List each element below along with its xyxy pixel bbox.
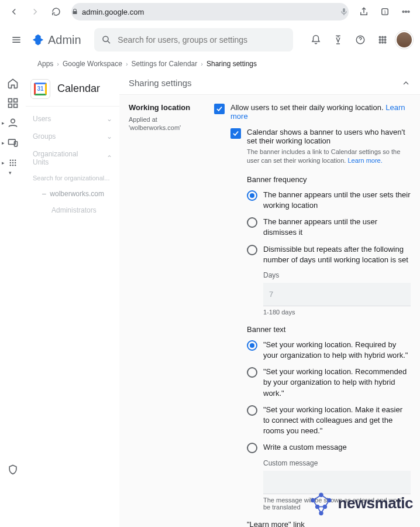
- allow-label: Allow users to set their daily working l…: [230, 103, 384, 112]
- svg-rect-19: [14, 104, 18, 108]
- svg-point-8: [382, 36, 383, 37]
- days-hint: 1-180 days: [263, 309, 411, 316]
- link-heading: "Learn more" link: [247, 520, 411, 527]
- lp-admins[interactable]: Administrators: [26, 203, 119, 218]
- crumb-apps[interactable]: Apps: [37, 60, 53, 68]
- rail-devices[interactable]: ▸: [4, 136, 22, 150]
- svg-point-20: [11, 119, 15, 123]
- lp-groups[interactable]: Groups⌄: [26, 128, 119, 145]
- rail-security[interactable]: [4, 463, 22, 477]
- apps-button[interactable]: [373, 30, 392, 49]
- global-search[interactable]: [94, 28, 293, 52]
- svg-point-24: [12, 160, 14, 162]
- mic-icon[interactable]: [339, 7, 349, 16]
- crumb-workspace[interactable]: Google Workspace: [63, 60, 122, 68]
- crumb-current: Sharing settings: [206, 60, 257, 68]
- text-opt3-label: "Set your working location. Make it easi…: [263, 405, 411, 437]
- svg-text:1: 1: [384, 9, 386, 15]
- banner-learn-more[interactable]: Learn more.: [347, 157, 382, 164]
- text-opt2-radio[interactable]: [247, 367, 257, 378]
- lp-ou[interactable]: – wolberworks.com: [26, 185, 119, 203]
- banner-checkbox[interactable]: [230, 128, 241, 139]
- rail-apps[interactable]: ▸▾: [4, 156, 22, 170]
- freq-opt2-label: The banner appears until the user dismis…: [263, 217, 411, 238]
- svg-point-28: [15, 162, 16, 164]
- reload-button[interactable]: [47, 2, 66, 21]
- svg-point-31: [15, 165, 16, 166]
- more-button[interactable]: [397, 2, 415, 21]
- text-opt4-label: Write a custom message: [263, 442, 347, 453]
- svg-point-12: [384, 39, 385, 40]
- tasks-button[interactable]: [329, 30, 347, 49]
- tabs-button[interactable]: 1: [376, 2, 394, 21]
- watermark-text: newsmatic: [338, 494, 413, 512]
- admin-logo-icon: [32, 33, 44, 46]
- app-name: Calendar: [57, 83, 100, 95]
- text-opt4-radio[interactable]: [247, 443, 257, 453]
- svg-point-26: [10, 162, 12, 164]
- svg-point-10: [379, 39, 380, 40]
- search-input[interactable]: [118, 35, 286, 45]
- text-opt2-label: "Set your working location. Recommended …: [263, 367, 411, 399]
- svg-point-30: [12, 165, 14, 166]
- lp-users[interactable]: Users⌄: [26, 110, 119, 128]
- text-opt3-radio[interactable]: [247, 405, 257, 416]
- account-avatar[interactable]: [395, 31, 413, 49]
- menu-button[interactable]: [7, 30, 26, 49]
- text-heading: Banner text: [247, 325, 411, 334]
- admin-logo[interactable]: Admin: [32, 33, 81, 47]
- help-button[interactable]: [351, 30, 370, 49]
- section-header[interactable]: Sharing settings: [119, 71, 420, 95]
- setting-heading: Working location: [129, 103, 205, 112]
- svg-rect-16: [9, 99, 12, 102]
- banner-label: Calendar shows a banner to users who hav…: [247, 128, 405, 145]
- applied-at: Applied at 'wolberworks.com': [129, 115, 205, 132]
- freq-heading: Banner frequency: [247, 175, 411, 184]
- freq-opt2-radio[interactable]: [247, 217, 257, 228]
- rail-directory[interactable]: ▸: [4, 116, 22, 130]
- freq-opt1-label: The banner appears until the user sets t…: [263, 190, 411, 211]
- svg-point-11: [382, 39, 383, 40]
- forward-button[interactable]: [26, 2, 44, 21]
- lp-orgunits[interactable]: Organizational Units⌃: [26, 145, 119, 171]
- address-bar[interactable]: admin.google.com: [71, 3, 349, 20]
- allow-checkbox[interactable]: [214, 104, 225, 114]
- text-opt1-label: "Set your working location. Required by …: [263, 340, 411, 361]
- svg-rect-18: [9, 104, 12, 108]
- section-title: Sharing settings: [129, 78, 192, 88]
- svg-point-27: [12, 162, 14, 164]
- back-button[interactable]: [5, 2, 23, 21]
- lock-icon: [71, 8, 78, 15]
- rail-home[interactable]: [4, 76, 22, 90]
- svg-point-5: [103, 36, 108, 42]
- days-input[interactable]: [263, 283, 411, 306]
- watermark: newsmatic: [308, 490, 413, 516]
- svg-point-3: [405, 11, 407, 13]
- svg-point-7: [379, 36, 380, 37]
- share-button[interactable]: [354, 2, 373, 21]
- freq-opt3-radio[interactable]: [247, 245, 257, 255]
- notifications-button[interactable]: [307, 30, 325, 49]
- svg-point-15: [384, 42, 385, 43]
- chevron-up-icon: [401, 78, 411, 88]
- svg-point-29: [10, 165, 12, 166]
- admin-title: Admin: [48, 33, 81, 47]
- crumb-calendar[interactable]: Settings for Calendar: [132, 60, 198, 68]
- freq-opt3-label: Dismissible but repeats after the follow…: [263, 244, 411, 265]
- svg-point-9: [384, 36, 385, 37]
- search-icon: [101, 35, 112, 45]
- freq-opt1-radio[interactable]: [247, 190, 257, 201]
- breadcrumb: Apps› Google Workspace› Settings for Cal…: [0, 56, 420, 71]
- lp-search[interactable]: Search for organizational...: [26, 171, 119, 185]
- svg-point-13: [379, 42, 380, 43]
- url-text: admin.google.com: [82, 8, 144, 16]
- svg-rect-17: [14, 99, 18, 102]
- svg-point-23: [10, 160, 12, 162]
- text-opt1-radio[interactable]: [247, 340, 257, 351]
- rail-dashboard[interactable]: [4, 96, 22, 110]
- svg-point-2: [402, 11, 404, 13]
- svg-point-4: [408, 11, 409, 13]
- calendar-app-icon: 31: [30, 79, 50, 99]
- custom-label: Custom message: [263, 459, 411, 467]
- svg-point-14: [382, 42, 383, 43]
